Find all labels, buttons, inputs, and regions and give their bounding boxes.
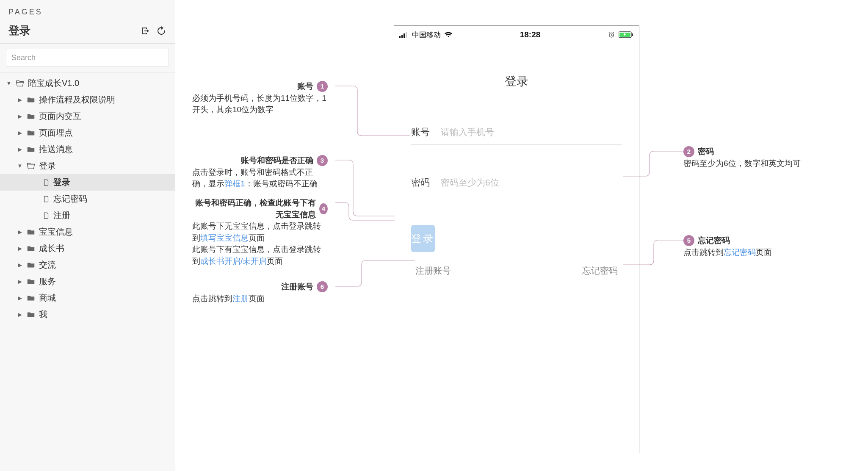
login-title: 登录 (394, 73, 639, 89)
chevron-right-icon[interactable] (17, 146, 23, 152)
annotation-body: 点击跳转到忘记密码页面 (683, 247, 810, 258)
folder-icon (26, 145, 36, 154)
annotation-4: 账号和密码正确，检查此账号下有无宝宝信息 4 此账号下无宝宝信息，点击登录跳转到… (192, 197, 328, 267)
folder-icon (26, 294, 36, 303)
annotation-link[interactable]: 弹框1 (224, 179, 245, 188)
tree-label: 页面内交互 (39, 111, 81, 122)
forgot-link[interactable]: 忘记密码 (582, 265, 618, 277)
tree-item-register-page[interactable]: 注册 (0, 207, 175, 224)
export-icon[interactable] (140, 26, 150, 36)
password-field: 密码 (411, 170, 622, 195)
wifi-icon (444, 32, 453, 38)
annotation-link[interactable]: 注册 (232, 294, 249, 303)
status-time: 18:28 (520, 30, 541, 39)
account-input[interactable] (441, 127, 622, 137)
chevron-down-icon[interactable] (6, 80, 12, 86)
folder-icon (26, 310, 36, 319)
annotation-1: 账号 1 必须为手机号码，长度为11位数字，1开头，其余10位为数字 (192, 80, 328, 116)
password-input[interactable] (441, 177, 622, 188)
canvas[interactable]: 中国移动 18:28 登录 账号 密码 登录 (175, 0, 868, 471)
search-input[interactable] (6, 49, 169, 67)
carrier-label: 中国移动 (412, 30, 441, 40)
tree-item[interactable]: 操作流程及权限说明 (0, 91, 175, 108)
password-label: 密码 (411, 176, 441, 189)
annotation-badge: 6 (317, 281, 328, 292)
annotation-link[interactable]: 成长书开启/未开启 (200, 257, 267, 266)
signal-icon (399, 32, 409, 38)
chevron-right-icon[interactable] (17, 245, 23, 252)
tree-label: 操作流程及权限说明 (39, 94, 115, 105)
chevron-right-icon[interactable] (17, 262, 23, 268)
annotation-title: 注册账号 (281, 281, 313, 293)
svg-rect-7 (632, 33, 633, 36)
tree-item[interactable]: 页面内交互 (0, 108, 175, 125)
annotation-3: 账号和密码是否正确 3 点击登录时，账号和密码格式不正确，显示弹框1：账号或密码… (192, 155, 328, 190)
folder-icon (26, 112, 36, 121)
folder-icon (26, 260, 36, 270)
tree-item-forgot-page[interactable]: 忘记密码 (0, 191, 175, 207)
page-icon (42, 212, 50, 219)
svg-rect-0 (399, 36, 401, 38)
folder-icon (26, 128, 36, 138)
register-link[interactable]: 注册账号 (415, 265, 451, 277)
tree-label: 成长书 (39, 243, 64, 254)
tree-label: 服务 (39, 276, 56, 287)
folder-open-icon (26, 161, 36, 171)
folder-icon (26, 95, 36, 105)
annotation-badge: 2 (683, 146, 694, 157)
tree-label: 宝宝信息 (39, 226, 73, 238)
tree-label: 忘记密码 (53, 193, 87, 205)
annotation-body: 密码至少为6位，数字和英文均可 (683, 158, 810, 169)
tree-item-login-folder[interactable]: 登录 (0, 158, 175, 174)
chevron-right-icon[interactable] (17, 278, 23, 285)
folder-icon (26, 277, 36, 286)
chevron-down-icon[interactable] (17, 163, 23, 169)
tree-label: 陪宝成长V1.0 (28, 78, 79, 89)
tree-item-login-page[interactable]: 登录 (0, 174, 175, 191)
tree-item[interactable]: 推送消息 (0, 141, 175, 158)
tree-root[interactable]: 陪宝成长V1.0 (0, 75, 175, 91)
annotation-badge: 3 (317, 155, 328, 166)
annotation-body: 此账号下无宝宝信息，点击登录跳转到填写宝宝信息页面 此账号下有宝宝信息，点击登录… (192, 220, 328, 267)
annotation-2: 2 密码 密码至少为6位，数字和英文均可 (683, 146, 810, 169)
alarm-icon (608, 31, 615, 39)
tree-item[interactable]: 我 (0, 306, 175, 323)
annotation-badge: 4 (319, 203, 328, 214)
tree-label: 推送消息 (39, 144, 73, 155)
chevron-right-icon[interactable] (17, 229, 23, 235)
svg-rect-2 (404, 33, 405, 38)
tree-item[interactable]: 服务 (0, 273, 175, 290)
annotation-title: 账号和密码是否正确 (241, 155, 313, 166)
chevron-right-icon[interactable] (17, 97, 23, 103)
tree-item[interactable]: 成长书 (0, 240, 175, 257)
annotation-title: 账号 (297, 80, 313, 92)
page-icon (42, 179, 50, 186)
account-label: 账号 (411, 126, 441, 139)
chevron-right-icon[interactable] (17, 295, 23, 301)
page-icon (42, 195, 50, 203)
tree-label: 商城 (39, 292, 56, 304)
refresh-icon[interactable] (156, 26, 166, 36)
tree-label: 登录 (53, 177, 70, 188)
chevron-right-icon[interactable] (17, 113, 23, 119)
tree-item[interactable]: 宝宝信息 (0, 224, 175, 240)
annotation-link[interactable]: 填写宝宝信息 (200, 233, 249, 242)
tree-item[interactable]: 交流 (0, 257, 175, 273)
annotation-body: 必须为手机号码，长度为11位数字，1开头，其余10位为数字 (192, 92, 328, 116)
tree-label: 交流 (39, 259, 56, 271)
annotation-badge: 1 (317, 81, 328, 92)
annotation-body: 点击登录时，账号和密码格式不正确，显示弹框1：账号或密码不正确 (192, 166, 328, 190)
tree-item[interactable]: 页面埋点 (0, 125, 175, 141)
battery-icon (619, 31, 634, 38)
annotation-6: 注册账号 6 点击跳转到注册页面 (192, 281, 328, 304)
tree-label: 登录 (39, 160, 56, 172)
chevron-right-icon[interactable] (17, 130, 23, 136)
phone-frame: 中国移动 18:28 登录 账号 密码 登录 (394, 25, 639, 453)
chevron-right-icon[interactable] (17, 311, 23, 318)
page-tree: 陪宝成长V1.0 操作流程及权限说明 页面内交互 页面埋点 推送消息 登录 (0, 72, 175, 331)
annotation-5: 5 忘记密码 点击跳转到忘记密码页面 (683, 235, 810, 258)
tree-item[interactable]: 商城 (0, 290, 175, 306)
annotation-link[interactable]: 忘记密码 (724, 248, 756, 257)
login-button[interactable]: 登录 (411, 225, 435, 252)
sidebar: PAGES 登录 陪宝成长V1.0 操作流程及权限说明 (0, 0, 175, 471)
